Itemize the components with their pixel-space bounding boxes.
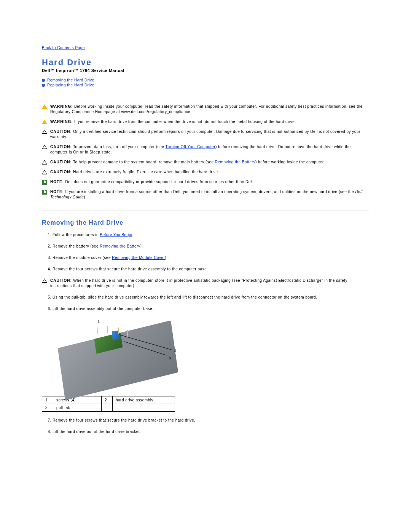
caution-label: CAUTION: bbox=[50, 129, 72, 134]
table-row: 1 screws (4) 2 hard drive assembly bbox=[42, 396, 175, 404]
note-label: NOTE: bbox=[50, 190, 64, 194]
page-title: Hard Drive bbox=[42, 58, 369, 67]
caution-label: CAUTION: bbox=[50, 278, 72, 283]
toc-link-replacing[interactable]: Replacing the Hard Drive bbox=[47, 83, 94, 87]
note-icon bbox=[42, 180, 47, 185]
note-text-post: ). bbox=[84, 195, 86, 199]
caution-text-pre: To prevent data loss, turn off your comp… bbox=[73, 145, 166, 149]
caution-icon bbox=[42, 129, 47, 134]
note-text-pre: If you are installing a hard drive from … bbox=[65, 190, 355, 194]
note-2: NOTE: If you are installing a hard drive… bbox=[42, 189, 369, 200]
legend-text: screws (4) bbox=[53, 396, 102, 404]
note-1: NOTE: Dell does not guarantee compatibil… bbox=[42, 179, 369, 185]
hard-drive-diagram: 1 2 3 bbox=[42, 318, 369, 391]
warning-icon bbox=[42, 120, 47, 124]
table-row: 3 pull-tab bbox=[42, 404, 175, 412]
legend-text bbox=[113, 404, 175, 412]
warning-text: If you remove the hard drive from the co… bbox=[74, 120, 296, 124]
warning-1: WARNING: Before working inside your comp… bbox=[42, 104, 369, 115]
link-before-you-begin[interactable]: Before You Begin bbox=[100, 233, 132, 237]
legend-num: 3 bbox=[42, 404, 53, 412]
caution-4: CAUTION: Hard drives are extremely fragi… bbox=[42, 169, 369, 175]
bullet-icon bbox=[42, 84, 45, 87]
legend-num: 1 bbox=[42, 396, 53, 404]
warning-icon bbox=[42, 104, 47, 109]
caution-label: CAUTION: bbox=[50, 170, 72, 174]
caution-text: Hard drives are extremely fragile. Exerc… bbox=[73, 170, 219, 174]
caution-3: CAUTION: To help prevent damage to the s… bbox=[42, 160, 369, 165]
step-list: Follow the procedures in Before You Begi… bbox=[42, 232, 369, 272]
section-heading: Removing the Hard Drive bbox=[42, 211, 369, 226]
caution-icon bbox=[42, 170, 47, 174]
step-3: Remove the module cover (see Removing th… bbox=[53, 255, 369, 260]
step-2: Remove the battery (see Removing the Bat… bbox=[53, 244, 369, 249]
callout-2: 2 bbox=[169, 356, 171, 362]
warning-label: WARNING: bbox=[50, 120, 73, 124]
caution-icon bbox=[42, 160, 47, 165]
caution-label: CAUTION: bbox=[50, 145, 72, 149]
screw-shape bbox=[127, 330, 128, 337]
note-label: NOTE: bbox=[50, 180, 64, 184]
step-8: Lift the hard drive out of the hard driv… bbox=[53, 429, 369, 435]
link-removing-battery[interactable]: Removing the Battery bbox=[100, 244, 140, 248]
legend-num bbox=[102, 404, 113, 412]
caution-text: Only a certified service technician shou… bbox=[50, 129, 360, 139]
screw-shape bbox=[107, 326, 108, 333]
step-list-cont2: Remove the four screws that secure the h… bbox=[42, 418, 369, 435]
link-turning-off[interactable]: Turning Off Your Computer bbox=[166, 145, 215, 149]
caution-1: CAUTION: Only a certified service techni… bbox=[42, 129, 369, 140]
callout-legend-table: 1 screws (4) 2 hard drive assembly 3 pul… bbox=[42, 396, 175, 412]
toc-link-removing[interactable]: Removing the Hard Drive bbox=[47, 78, 94, 82]
step-1: Follow the procedures in Before You Begi… bbox=[53, 232, 369, 238]
link-removing-battery[interactable]: Removing the Battery bbox=[215, 160, 255, 164]
caution-text-post: ) before working inside the computer. bbox=[255, 160, 325, 164]
callout-3: 3 bbox=[174, 347, 177, 353]
note-text: Dell does not guarantee compatibility or… bbox=[65, 180, 254, 184]
screw-shape bbox=[97, 328, 98, 334]
warning-2: WARNING: If you remove the hard drive fr… bbox=[42, 119, 369, 125]
manual-subtitle: Dell™ Inspiron™ 1764 Service Manual bbox=[42, 68, 369, 73]
caution-text: When the hard drive is not in the comput… bbox=[50, 278, 347, 288]
legend-text: pull-tab bbox=[53, 404, 102, 412]
step-6: Lift the hard drive assembly out of the … bbox=[53, 306, 369, 312]
bullet-icon bbox=[42, 79, 45, 82]
link-removing-module-cover[interactable]: Removing the Module Cover bbox=[112, 256, 165, 260]
caution-label: CAUTION: bbox=[50, 160, 72, 164]
note-icon bbox=[42, 190, 47, 195]
legend-num: 2 bbox=[102, 396, 113, 404]
callout-line bbox=[100, 324, 100, 328]
warning-text: Before working inside your computer, rea… bbox=[50, 104, 363, 114]
legend-text: hard drive assembly bbox=[113, 396, 175, 404]
step-7: Remove the four screws that secure the h… bbox=[53, 418, 369, 423]
caution-2: CAUTION: To prevent data loss, turn off … bbox=[42, 144, 369, 155]
caution-inline: CAUTION: When the hard drive is not in t… bbox=[42, 278, 369, 289]
caution-icon bbox=[42, 278, 47, 283]
step-list-cont: Using the pull-tab, slide the hard drive… bbox=[42, 295, 369, 312]
warning-label: WARNING: bbox=[50, 104, 73, 109]
step-4: Remove the four screws that secure the h… bbox=[53, 267, 369, 272]
back-to-contents-link[interactable]: Back to Contents Page bbox=[42, 46, 369, 50]
step-5: Using the pull-tab, slide the hard drive… bbox=[53, 295, 369, 300]
screw-shape bbox=[118, 328, 119, 334]
caution-text-pre: To help prevent damage to the system boa… bbox=[73, 160, 215, 164]
caution-icon bbox=[42, 145, 47, 149]
